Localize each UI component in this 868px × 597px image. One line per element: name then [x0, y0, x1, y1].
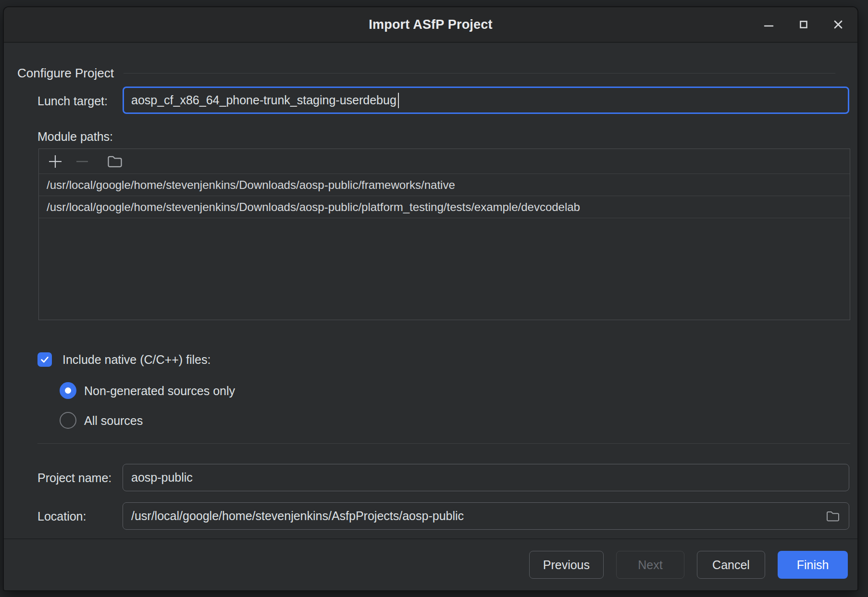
location-label: Location: [37, 509, 86, 523]
non-generated-radio[interactable] [60, 382, 76, 399]
import-asfp-dialog: Import ASfP Project Configure Project Lu… [3, 6, 858, 591]
remove-path-icon[interactable] [72, 151, 93, 172]
include-native-label: Include native (C/C++) files: [62, 352, 211, 367]
include-native-checkbox[interactable] [37, 352, 52, 367]
minimize-icon[interactable] [762, 18, 776, 31]
source-option-row: All sources [60, 412, 143, 429]
configure-project-header: Configure Project [17, 66, 835, 81]
project-name-input[interactable]: aosp-public [123, 464, 849, 491]
lunch-target-input[interactable]: aosp_cf_x86_64_phone-trunk_staging-userd… [123, 87, 849, 114]
include-native-row: Include native (C/C++) files: [37, 352, 211, 367]
window-controls [762, 7, 845, 42]
module-paths-label: Module paths: [37, 129, 113, 144]
browse-folder-icon[interactable] [104, 151, 125, 172]
lunch-target-value: aosp_cf_x86_64_phone-trunk_staging-userd… [131, 93, 397, 107]
section-divider [37, 443, 850, 444]
module-paths-toolbar [39, 149, 850, 174]
cancel-button[interactable]: Cancel [697, 551, 765, 579]
module-path-row[interactable]: /usr/local/google/home/stevenjenkins/Dow… [39, 196, 850, 218]
section-rule [124, 73, 835, 74]
project-name-value: aosp-public [131, 471, 193, 485]
radio-dot [65, 387, 71, 394]
close-icon[interactable] [831, 18, 845, 31]
lunch-target-label: Lunch target: [37, 94, 108, 108]
location-value: /usr/local/google/home/stevenjenkins/Asf… [131, 509, 464, 523]
footer-buttons: Previous Next Cancel Finish [4, 551, 848, 579]
location-input[interactable]: /usr/local/google/home/stevenjenkins/Asf… [123, 502, 849, 530]
dialog-titlebar[interactable]: Import ASfP Project [4, 7, 857, 43]
module-path-row[interactable]: /usr/local/google/home/stevenjenkins/Dow… [39, 174, 850, 196]
finish-button[interactable]: Finish [778, 551, 848, 579]
module-paths-list: /usr/local/google/home/stevenjenkins/Dow… [39, 174, 850, 218]
previous-button[interactable]: Previous [529, 551, 604, 579]
all-sources-radio[interactable] [60, 412, 76, 429]
next-button[interactable]: Next [616, 551, 684, 579]
all-sources-label: All sources [84, 413, 143, 428]
dialog-title: Import ASfP Project [369, 17, 492, 32]
non-generated-label: Non-generated sources only [84, 384, 235, 398]
module-paths-panel: /usr/local/google/home/stevenjenkins/Dow… [38, 149, 850, 320]
add-path-icon[interactable] [45, 151, 66, 172]
maximize-icon[interactable] [797, 18, 810, 31]
section-title: Configure Project [17, 66, 114, 81]
text-caret [398, 93, 399, 108]
source-option-row: Non-generated sources only [60, 382, 235, 399]
footer-separator [4, 538, 857, 539]
location-browse-folder-icon[interactable] [825, 509, 841, 524]
project-name-label: Project name: [37, 471, 112, 485]
